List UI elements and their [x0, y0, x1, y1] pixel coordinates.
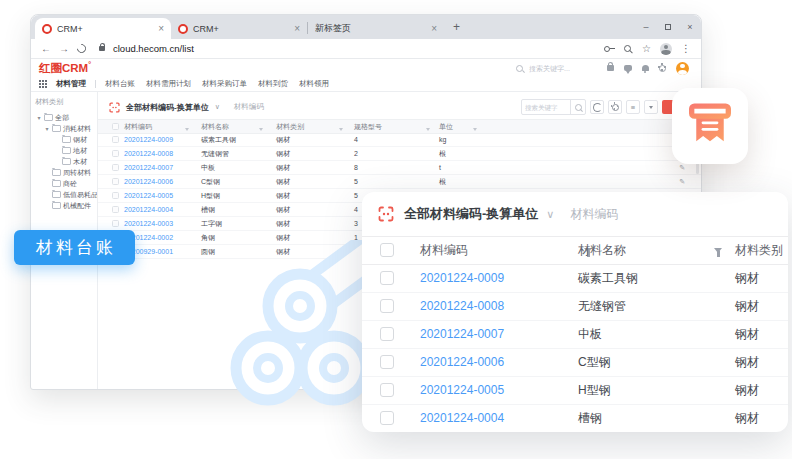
select-all-checkbox[interactable]	[112, 123, 119, 130]
overlay-subtitle: 材料编码	[570, 206, 618, 223]
cell-material-category: 钢材	[276, 161, 290, 174]
menu-root[interactable]: 材料管理	[56, 79, 86, 89]
filter-icon[interactable]	[339, 125, 343, 132]
list-search-input[interactable]	[522, 104, 570, 111]
cell-material-code[interactable]: 20201224-0004	[124, 203, 173, 216]
browser-tab-crm-1[interactable]: CRM+ ×	[35, 18, 171, 39]
cell-material-code[interactable]: 20201224-0009	[420, 265, 504, 292]
menu-item[interactable]: 材料采购订单	[202, 79, 247, 89]
cell-material-code[interactable]: 20201224-0006	[420, 349, 504, 376]
edit-icon[interactable]: ✎	[679, 175, 685, 188]
menu-item[interactable]: 材料需用计划	[146, 79, 191, 89]
chevron-down-icon[interactable]: ∨	[215, 103, 220, 111]
row-checkbox[interactable]	[112, 164, 119, 171]
tree-node[interactable]: 地材	[35, 145, 97, 156]
filter-icon[interactable]	[426, 125, 430, 132]
columns-button[interactable]: ≡	[626, 100, 640, 114]
tree-node[interactable]: 钢材	[35, 134, 97, 145]
filter-icon[interactable]	[185, 125, 189, 132]
overlay-title[interactable]: 全部材料编码-换算单位	[404, 205, 538, 223]
list-search[interactable]	[521, 99, 586, 115]
refresh-button[interactable]	[590, 100, 604, 114]
tree-node[interactable]: 木材	[35, 156, 97, 167]
zoom-search-icon[interactable]	[624, 45, 632, 53]
new-tab-button[interactable]: +	[453, 20, 460, 34]
lock-icon[interactable]	[607, 65, 614, 71]
refresh-icon	[593, 103, 602, 112]
chevron-down-icon[interactable]: ∨	[546, 208, 554, 221]
row-checkbox[interactable]	[380, 355, 394, 369]
password-key-icon[interactable]	[604, 45, 615, 52]
table-row: 20201224-0004 槽钢 钢材	[362, 405, 788, 432]
table-row: 20201224-0005 H型钢 钢材	[362, 377, 788, 405]
filter-icon[interactable]	[473, 125, 477, 132]
row-checkbox[interactable]	[112, 206, 119, 213]
cell-material-code[interactable]: 20201224-0005	[420, 377, 504, 404]
back-icon[interactable]: ←	[41, 44, 51, 54]
row-checkbox[interactable]	[380, 327, 394, 341]
cell-spec-model: 2	[354, 147, 358, 160]
gear-icon[interactable]	[659, 65, 666, 72]
cell-material-code[interactable]: 20201224-0004	[420, 405, 504, 432]
close-window-button[interactable]: ×	[679, 15, 701, 39]
tree-node[interactable]: 低值易耗品	[35, 189, 97, 200]
row-checkbox[interactable]	[112, 178, 119, 185]
forward-icon[interactable]: →	[59, 44, 69, 54]
bell-icon[interactable]	[642, 65, 649, 71]
tab-label: 新标签页	[315, 22, 426, 35]
tree-node[interactable]: 机械配件	[35, 200, 97, 211]
caret-icon: ▾	[44, 125, 50, 132]
settings-button[interactable]	[608, 100, 622, 114]
search-button[interactable]	[570, 100, 585, 114]
maximize-button[interactable]	[657, 15, 679, 39]
row-checkbox[interactable]	[112, 136, 119, 143]
row-checkbox[interactable]	[112, 150, 119, 157]
view-title[interactable]: 全部材料编码-换算单位	[126, 102, 209, 113]
tree-node[interactable]: 商砼	[35, 178, 97, 189]
cell-material-name: 碳素工具钢	[201, 133, 236, 146]
url-text[interactable]: cloud.hecom.cn/list	[113, 43, 596, 54]
filter-icon[interactable]	[714, 248, 722, 253]
filter-button[interactable]	[644, 100, 658, 114]
cell-material-code[interactable]: 20201224-0006	[124, 175, 173, 188]
row-checkbox[interactable]	[380, 383, 394, 397]
global-search-input[interactable]	[527, 64, 595, 73]
cell-material-code[interactable]: 20201224-0003	[124, 217, 173, 230]
minimize-button[interactable]: –	[635, 15, 657, 39]
menu-item[interactable]: 材料到货	[258, 79, 288, 89]
cell-material-code[interactable]: 20201224-0005	[124, 189, 173, 202]
global-search[interactable]	[516, 64, 595, 73]
menu-item[interactable]: 材料领用	[299, 79, 329, 89]
user-avatar[interactable]	[676, 62, 689, 75]
row-checkbox[interactable]	[112, 192, 119, 199]
row-checkbox[interactable]	[112, 220, 119, 227]
tree-node[interactable]: 周转材料	[35, 167, 97, 178]
cell-material-category: 钢材	[735, 349, 759, 376]
tree-node[interactable]: ▾ 全部	[35, 112, 97, 123]
profile-avatar-icon[interactable]	[660, 43, 672, 55]
reload-icon[interactable]	[75, 42, 88, 55]
cell-material-code[interactable]: 20201224-0008	[124, 147, 173, 160]
close-tab-icon[interactable]: ×	[431, 24, 437, 34]
browser-tab-newtab[interactable]: 新标签页 ×	[308, 18, 444, 39]
cell-spec-model: 4	[354, 133, 358, 146]
close-tab-icon[interactable]: ×	[158, 24, 164, 34]
browser-tab-crm-2[interactable]: CRM+ ×	[171, 18, 307, 39]
apps-grid-icon[interactable]	[39, 80, 47, 88]
select-all-checkbox[interactable]	[380, 243, 394, 257]
cell-material-code[interactable]: 20201224-0007	[420, 321, 504, 348]
cell-material-code[interactable]: 20201224-0008	[420, 293, 504, 320]
row-checkbox[interactable]	[380, 411, 394, 425]
browser-menu-icon[interactable]: ⋮	[681, 43, 691, 54]
cell-material-name: 槽钢	[578, 405, 602, 432]
close-tab-icon[interactable]: ×	[294, 24, 300, 34]
menu-item[interactable]: 材料台账	[105, 79, 135, 89]
filter-icon[interactable]	[259, 125, 263, 132]
message-icon[interactable]	[624, 65, 632, 71]
row-checkbox[interactable]	[380, 299, 394, 313]
bookmark-star-icon[interactable]: ☆	[642, 44, 651, 54]
cell-material-code[interactable]: 20201224-0009	[124, 133, 173, 146]
row-checkbox[interactable]	[380, 271, 394, 285]
tree-node[interactable]: ▾ 消耗材料	[35, 123, 97, 134]
cell-material-code[interactable]: 20201224-0007	[124, 161, 173, 174]
